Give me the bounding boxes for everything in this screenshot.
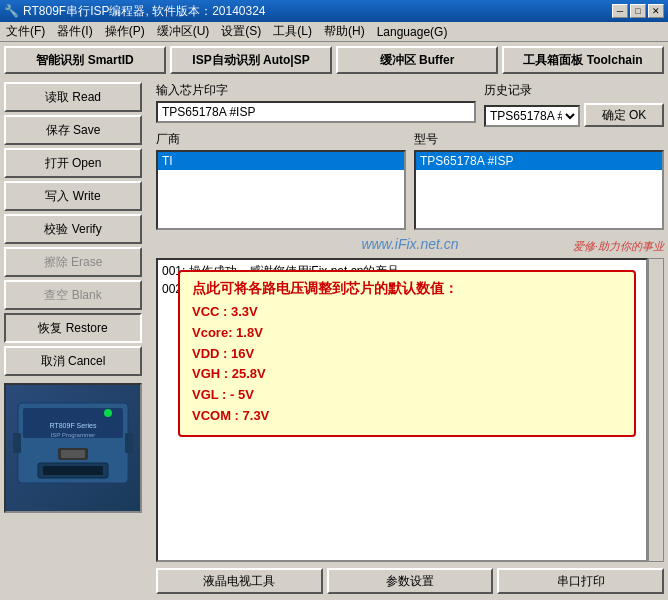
device-image: RT809F Series ISP Programmer (4, 383, 142, 513)
erase-button[interactable]: 擦除 Erase (4, 247, 142, 277)
cancel-button[interactable]: 取消 Cancel (4, 346, 142, 376)
close-button[interactable]: ✕ (648, 4, 664, 18)
tooltip-box: 点此可将各路电压调整到芯片的默认数值： VCC : 3.3V Vcore: 1.… (178, 270, 636, 437)
minimize-button[interactable]: ─ (612, 4, 628, 18)
toolchain-button[interactable]: 工具箱面板 Toolchain (502, 46, 664, 74)
svg-text:RT809F Series: RT809F Series (50, 422, 97, 429)
vendor-item-ti[interactable]: TI (158, 152, 404, 170)
tooltip-vgh: VGH : 25.8V (192, 364, 622, 385)
watermark-text: www.iFix.net.cn (361, 236, 458, 252)
svg-rect-5 (61, 450, 85, 458)
svg-rect-7 (43, 466, 103, 475)
tab-serial-print[interactable]: 串口打印 (497, 568, 664, 594)
tooltip-values: VCC : 3.3V Vcore: 1.8V VDD : 16V VGH : 2… (192, 302, 622, 427)
watermark-area: www.iFix.net.cn 爱修·助力你的事业 (156, 234, 664, 254)
chip-label: 输入芯片印字 (156, 82, 476, 99)
tooltip-vcom: VCOM : 7.3V (192, 406, 622, 427)
svg-rect-9 (13, 433, 21, 453)
tooltip-vgl: VGL : - 5V (192, 385, 622, 406)
title-bar: 🔧 RT809F串行ISP编程器, 软件版本：20140324 ─ □ ✕ (0, 0, 668, 22)
menu-tools[interactable]: 工具(L) (267, 21, 318, 42)
menu-buffer[interactable]: 缓冲区(U) (151, 21, 216, 42)
smart-id-button[interactable]: 智能识别 SmartID (4, 46, 166, 74)
tab-lcd-tools[interactable]: 液晶电视工具 (156, 568, 323, 594)
top-nav: 智能识别 SmartID ISP自动识别 Auto|SP 缓冲区 Buffer … (0, 42, 668, 78)
menu-bar: 文件(F) 器件(I) 操作(P) 缓冲区(U) 设置(S) 工具(L) 帮助(… (0, 22, 668, 42)
tab-params[interactable]: 参数设置 (327, 568, 494, 594)
blank-button[interactable]: 查空 Blank (4, 280, 142, 310)
log-container: 001: 操作成功，感谢您使用iFix.net.cn的产品 002: > 点此可… (156, 258, 664, 562)
read-button[interactable]: 读取 Read (4, 82, 142, 112)
title-text: RT809F串行ISP编程器, 软件版本：20140324 (19, 3, 612, 20)
confirm-button[interactable]: 确定 OK (584, 103, 664, 127)
model-list[interactable]: TPS65178A #ISP (414, 150, 664, 230)
window-controls: ─ □ ✕ (612, 4, 664, 18)
chip-input[interactable] (156, 101, 476, 123)
save-button[interactable]: 保存 Save (4, 115, 142, 145)
main-container: 智能识别 SmartID ISP自动识别 Auto|SP 缓冲区 Buffer … (0, 42, 668, 600)
write-button[interactable]: 写入 Write (4, 181, 142, 211)
history-row: TPS65178A #ISP 确定 OK (484, 101, 664, 127)
vendor-list[interactable]: TI (156, 150, 406, 230)
tooltip-vcore: Vcore: 1.8V (192, 323, 622, 344)
content-area: 读取 Read 保存 Save 打开 Open 写入 Write 校验 Veri… (0, 78, 668, 600)
tooltip-title: 点此可将各路电压调整到芯片的默认数值： (192, 280, 622, 298)
menu-settings[interactable]: 设置(S) (215, 21, 267, 42)
vendor-model-row: 厂商 TI 型号 TPS65178A #ISP (156, 131, 664, 230)
log-scrollbar[interactable] (648, 258, 664, 562)
model-item[interactable]: TPS65178A #ISP (416, 152, 662, 170)
menu-help[interactable]: 帮助(H) (318, 21, 371, 42)
menu-device[interactable]: 器件(I) (51, 21, 98, 42)
model-box: 型号 TPS65178A #ISP (414, 131, 664, 230)
vendor-label: 厂商 (156, 131, 406, 148)
buffer-button[interactable]: 缓冲区 Buffer (336, 46, 498, 74)
chip-input-group: 输入芯片印字 (156, 82, 476, 127)
history-label: 历史记录 (484, 82, 664, 99)
restore-button[interactable]: 恢复 Restore (4, 313, 142, 343)
tooltip-vdd: VDD : 16V (192, 344, 622, 365)
model-label: 型号 (414, 131, 664, 148)
history-select[interactable]: TPS65178A #ISP (484, 105, 580, 127)
log-scroll-area: 001: 操作成功，感谢您使用iFix.net.cn的产品 002: > 点此可… (156, 258, 648, 562)
maximize-button[interactable]: □ (630, 4, 646, 18)
menu-file[interactable]: 文件(F) (0, 21, 51, 42)
left-panel: 读取 Read 保存 Save 打开 Open 写入 Write 校验 Veri… (4, 82, 152, 596)
bottom-tabs: 液晶电视工具 参数设置 串口打印 (156, 566, 664, 596)
right-panel: 输入芯片印字 历史记录 TPS65178A #ISP 确定 OK 厂商 (156, 82, 664, 596)
menu-operation[interactable]: 操作(P) (99, 21, 151, 42)
title-icon: 🔧 (4, 4, 19, 18)
menu-language[interactable]: Language(G) (371, 23, 454, 41)
svg-text:ISP Programmer: ISP Programmer (51, 432, 96, 438)
verify-button[interactable]: 校验 Verify (4, 214, 142, 244)
svg-rect-10 (125, 433, 133, 453)
log-area: 001: 操作成功，感谢您使用iFix.net.cn的产品 002: > 点此可… (156, 258, 648, 562)
device-svg: RT809F Series ISP Programmer (13, 393, 133, 503)
tooltip-vcc: VCC : 3.3V (192, 302, 622, 323)
auto-isp-button[interactable]: ISP自动识别 Auto|SP (170, 46, 332, 74)
svg-point-8 (104, 409, 112, 417)
watermark-sub-text: 爱修·助力你的事业 (573, 239, 664, 254)
open-button[interactable]: 打开 Open (4, 148, 142, 178)
vendor-box: 厂商 TI (156, 131, 406, 230)
input-section: 输入芯片印字 历史记录 TPS65178A #ISP 确定 OK (156, 82, 664, 127)
